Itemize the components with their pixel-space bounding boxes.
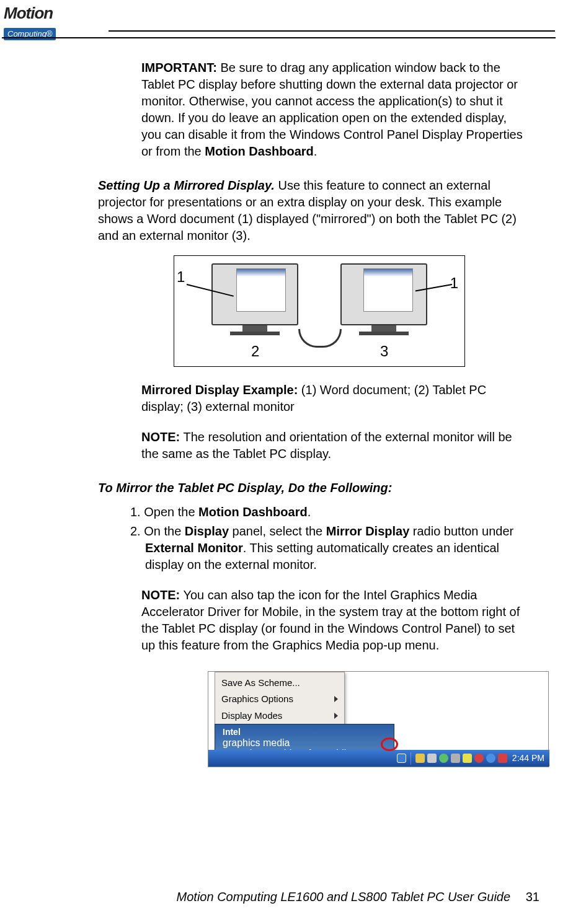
tooltip-line1: graphics media [223, 737, 290, 748]
note1-label: NOTE: [141, 430, 180, 444]
mirror-intro-heading: Setting Up a Mirrored Display. [98, 178, 275, 192]
step-2: 2. On the Display panel, select the Mirr… [130, 523, 530, 573]
fig-label-1b: 1 [450, 273, 458, 293]
submenu-arrow-icon [334, 696, 338, 702]
note2-text: You can also tap the icon for the Intel … [141, 588, 520, 652]
step1-a: Open the [144, 505, 198, 519]
important-paragraph: IMPORTANT: Be sure to drag any applicati… [141, 59, 527, 160]
mirror-intro-paragraph: Setting Up a Mirrored Display. Use this … [98, 177, 533, 244]
tray-icon[interactable] [486, 754, 495, 763]
fig-label-1: 1 [177, 267, 185, 287]
page-footer: Motion Computing LE1600 and LS800 Tablet… [0, 889, 558, 905]
mirrored-display-figure: 1 2 3 1 [174, 255, 465, 367]
step2-c: panel, select the [229, 524, 326, 538]
footer-title: Motion Computing LE1600 and LS800 Tablet… [177, 890, 511, 904]
menu-item-save-scheme[interactable]: Save As Scheme... [215, 675, 344, 691]
step1-b: Motion Dashboard [198, 505, 308, 519]
example-caption: Mirrored Display Example: (1) Word docum… [141, 382, 527, 415]
step-1: 1. Open the Motion Dashboard. [130, 504, 530, 521]
menu-item-display-modes[interactable]: Display Modes [215, 708, 344, 724]
note2-label: NOTE: [141, 588, 180, 602]
note2-paragraph: NOTE: You can also tap the icon for the … [141, 587, 527, 654]
tray-icon[interactable] [474, 754, 484, 763]
page-number: 31 [526, 890, 539, 904]
submenu-arrow-icon [334, 713, 338, 719]
highlight-circle [381, 737, 398, 751]
brand-logo: Motion Computing® [4, 2, 109, 29]
example-label: Mirrored Display Example: [141, 383, 298, 397]
tray-icon[interactable] [427, 754, 437, 763]
menu-item-graphics-options[interactable]: Graphics Options [215, 691, 344, 707]
step1-num: 1. [130, 505, 144, 519]
header-rule-1 [109, 30, 555, 32]
important-dot: . [314, 144, 317, 158]
step2-f: External Monitor [145, 541, 243, 555]
step2-num: 2. [130, 524, 144, 538]
tray-icon[interactable] [463, 754, 472, 763]
context-menu: Save As Scheme... Graphics Options Displ… [215, 672, 345, 727]
important-label: IMPORTANT: [141, 61, 217, 74]
page-content: IMPORTANT: Be sure to drag any applicati… [0, 59, 558, 767]
note1-text: The resolution and orientation of the ex… [141, 430, 512, 460]
taskbar-clock: 2:44 PM [510, 752, 546, 764]
fig-label-3: 3 [380, 341, 388, 361]
step2-b: Display [185, 524, 229, 538]
steps-heading: To Mirror the Tablet PC Display, Do the … [98, 480, 533, 496]
step2-d: Mirror Display [326, 524, 409, 538]
tray-icon[interactable] [439, 754, 448, 763]
important-bold-end: Motion Dashboard [205, 144, 314, 158]
note1-paragraph: NOTE: The resolution and orientation of … [141, 429, 527, 462]
tray-icon[interactable] [451, 754, 460, 763]
important-text: Be sure to drag any application window b… [141, 61, 523, 158]
fig-label-2: 2 [251, 341, 259, 361]
tray-icon[interactable] [498, 754, 507, 763]
system-tray: 2:44 PM [208, 750, 549, 767]
tooltip-intel: Intel [223, 726, 386, 738]
step2-e: radio button under [409, 524, 513, 538]
system-tray-figure: Save As Scheme... Graphics Options Displ… [208, 671, 549, 767]
intel-graphics-tray-icon[interactable] [397, 754, 406, 763]
step2-a: On the [144, 524, 185, 538]
logo-name: Motion [4, 2, 109, 24]
tray-icon[interactable] [415, 754, 425, 763]
header-rule-2 [2, 37, 556, 38]
step1-c: . [308, 505, 311, 519]
